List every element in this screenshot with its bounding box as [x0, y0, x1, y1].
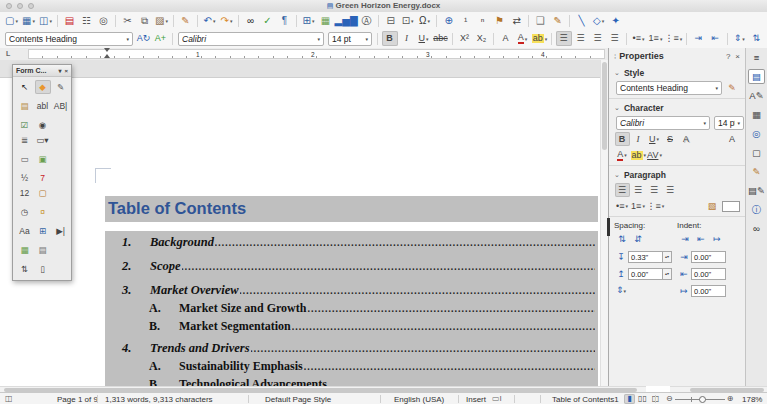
table-control[interactable]: ⊞	[35, 224, 51, 238]
sidebar-help-button[interactable]: ?	[726, 52, 730, 61]
italic-button[interactable]: I	[399, 31, 415, 46]
insert-chart-button[interactable]: ▂▅▇	[335, 13, 358, 28]
status-page-style[interactable]: Default Page Style	[265, 395, 331, 404]
text-box-control[interactable]: abl	[35, 99, 51, 113]
font-name-select[interactable]: Calibri▾	[178, 32, 324, 46]
spacing-below-input-stepper[interactable]: ▴▾	[663, 268, 672, 280]
insert-special-character-button[interactable]: Ω▾	[417, 13, 433, 28]
insert-field-button[interactable]: ⊡▾	[400, 13, 416, 28]
push-button-control[interactable]: ▭	[17, 152, 33, 166]
decrease-indent-button[interactable]: ⇤	[694, 232, 709, 246]
line-spacing-select-icon[interactable]: ⇕▾	[614, 285, 628, 295]
masked-field-control[interactable]: AB|	[53, 99, 69, 113]
status-language[interactable]: English (USA)	[394, 395, 444, 404]
sidebar-strikethrough-button[interactable]: S	[663, 132, 678, 146]
paragraph-section-header[interactable]: ⌄ Paragraph	[614, 168, 740, 181]
print-preview-button[interactable]: ◎	[96, 13, 112, 28]
indent-before-input[interactable]: 0.00"	[691, 251, 726, 263]
insert-footnote-button[interactable]: ¹	[458, 13, 474, 28]
sidebar-clear-formatting-button[interactable]: A	[725, 132, 740, 146]
form-controls-titlebar[interactable]: Form C... ▾ ×	[13, 65, 71, 77]
strikethrough-button[interactable]: abc	[433, 31, 449, 46]
align-left-button[interactable]: ☰	[556, 31, 572, 46]
tab-page[interactable]: ▢	[748, 145, 765, 160]
insert-bookmark-button[interactable]: ⚑	[492, 13, 508, 28]
sidebar-font-size-select[interactable]: 14 pt▾	[714, 116, 744, 130]
sidebar-italic-button[interactable]: I	[631, 132, 646, 146]
time-field-control[interactable]: ◷	[17, 205, 33, 219]
sidebar-bold-button[interactable]: B	[615, 132, 630, 146]
combo-box-control[interactable]: ▭▾	[35, 133, 51, 147]
save-button[interactable]: ◫▾	[38, 13, 54, 28]
spin-button-control[interactable]: ⇅	[17, 262, 33, 276]
redo-button[interactable]: ↷▾	[219, 13, 235, 28]
zoom-in-icon[interactable]: ⊕	[727, 395, 734, 403]
increase-paragraph-spacing-button[interactable]: ⇅	[748, 31, 764, 46]
first-line-indent-input-icon[interactable]: ↦	[677, 286, 691, 296]
line-spacing-button[interactable]: ⇕▾	[731, 31, 747, 46]
spelling-button[interactable]: ✓	[260, 13, 276, 28]
sidebar-highlight-button[interactable]: ab▾	[631, 148, 647, 162]
status-word-count[interactable]: 1,313 words, 9,313 characters	[105, 395, 213, 404]
selection-mode-icon[interactable]: ▭I	[492, 394, 502, 403]
zoom-out-icon[interactable]: ⊖	[666, 395, 673, 403]
insert-line-button[interactable]: ╲	[574, 13, 590, 28]
increase-paragraph-spacing-button[interactable]: ⇅	[615, 232, 630, 246]
undo-button[interactable]: ↶▾	[202, 13, 218, 28]
tab-find[interactable]: ∞	[748, 221, 765, 236]
tab-properties[interactable]: ▤	[748, 69, 765, 84]
insert-page-break-button[interactable]: ⊟	[383, 13, 399, 28]
insert-hyperlink-button[interactable]: ⊕	[441, 13, 457, 28]
zoom-slider[interactable]	[675, 395, 725, 404]
underline-button[interactable]: U▾	[416, 31, 432, 46]
single-page-view-button[interactable]: ▮	[624, 394, 635, 404]
switch-indent-button[interactable]: ↦	[710, 232, 725, 246]
sidebar-menu-button[interactable]: ≡	[748, 50, 765, 65]
zoom-slider-thumb[interactable]	[699, 396, 706, 403]
list-box-control[interactable]: ≣	[17, 133, 33, 147]
vertical-scrollbar-thumb[interactable]	[602, 62, 607, 150]
palette-close-icon[interactable]: ×	[64, 68, 68, 74]
toc-entry[interactable]: A.Market Size and Growth................…	[105, 301, 595, 317]
insert-table-button[interactable]: ⊞▾	[301, 13, 317, 28]
insert-text-box-button[interactable]: Ⓐ	[359, 13, 375, 28]
numerical-field-control[interactable]: 12	[17, 186, 33, 200]
clone-formatting-button[interactable]: ✎	[178, 13, 194, 28]
font-color-button[interactable]: A▾	[515, 31, 531, 46]
palette-menu-icon[interactable]: ▾	[58, 67, 61, 74]
paragraph-background-color-button[interactable]: ▧	[705, 199, 720, 213]
superscript-button[interactable]: X²	[457, 31, 473, 46]
align-right-button[interactable]: ☰	[590, 31, 606, 46]
sidebar-align-justify-button[interactable]: ☰	[663, 183, 678, 197]
pattern-field-control[interactable]: Aa	[17, 224, 33, 238]
insert-cross-reference-button[interactable]: ⇄	[509, 13, 525, 28]
sidebar-resize-grip[interactable]	[607, 218, 610, 236]
style-section-header[interactable]: ⌄ Style	[614, 66, 740, 79]
currency-field-control[interactable]: ¤	[35, 205, 51, 219]
toggle-wizards-button[interactable]: ✎	[53, 80, 69, 94]
navigation-bar-control[interactable]: ▶|	[53, 224, 69, 238]
export-pdf-button[interactable]: ▤	[62, 13, 78, 28]
find-replace-button[interactable]: ∞	[243, 13, 259, 28]
new-document-button[interactable]: ▢▾	[4, 13, 20, 28]
sidebar-style-select[interactable]: Contents Heading▾	[616, 81, 722, 95]
date-field-control[interactable]: 7	[35, 171, 51, 185]
decrease-paragraph-spacing-button[interactable]: ⇵	[631, 232, 646, 246]
horizontal-ruler[interactable]: 1234	[28, 49, 605, 59]
toc-entry[interactable]: B.Market Segmentation...................…	[105, 319, 595, 335]
status-section[interactable]: Table of Contents1	[552, 395, 619, 404]
print-button[interactable]: ☷	[79, 13, 95, 28]
check-box-control[interactable]: ☑	[17, 118, 33, 132]
toc-entry[interactable]: A.Sustainability Emphasis...............…	[105, 359, 595, 375]
decrease-indent-button[interactable]: ⇤	[707, 31, 723, 46]
insert-image-button[interactable]: ▦	[318, 13, 334, 28]
image-control[interactable]: ▦	[17, 243, 33, 257]
tab-styles[interactable]: A✎	[748, 88, 765, 103]
paragraph-background-swatch[interactable]	[722, 201, 740, 212]
indent-after-input[interactable]: 0.00"	[691, 268, 726, 280]
multi-page-view-button[interactable]: ▯▯	[637, 394, 648, 404]
sidebar-align-left-button[interactable]: ☰	[615, 183, 630, 197]
outline-list-button[interactable]: ⋮≡▾	[665, 31, 683, 46]
character-section-header[interactable]: ⌄ Character	[614, 101, 740, 114]
increase-indent-button[interactable]: ⇥	[678, 232, 693, 246]
